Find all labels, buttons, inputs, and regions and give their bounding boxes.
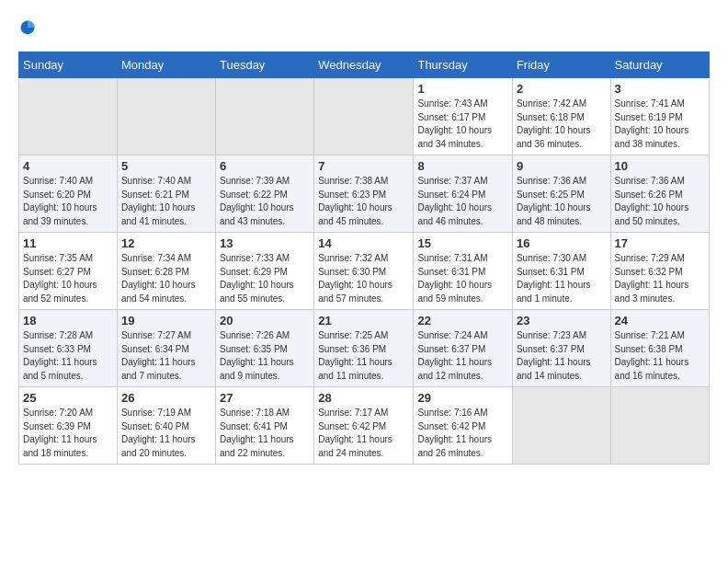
day-number: 29 bbox=[417, 391, 507, 405]
day-of-week-header: Monday bbox=[117, 52, 215, 78]
day-of-week-header: Saturday bbox=[610, 52, 709, 78]
calendar-cell bbox=[610, 387, 709, 465]
day-number: 21 bbox=[318, 314, 409, 327]
day-info: Sunrise: 7:20 AMSunset: 6:39 PMDaylight:… bbox=[23, 407, 113, 460]
calendar-cell: 6Sunrise: 7:39 AMSunset: 6:22 PMDaylight… bbox=[215, 155, 313, 233]
day-number: 7 bbox=[318, 159, 409, 173]
calendar-cell: 19Sunrise: 7:27 AMSunset: 6:34 PMDayligh… bbox=[117, 310, 215, 387]
logo bbox=[18, 18, 40, 37]
day-info: Sunrise: 7:19 AMSunset: 6:40 PMDaylight:… bbox=[121, 407, 211, 460]
day-info: Sunrise: 7:24 AMSunset: 6:37 PMDaylight:… bbox=[417, 329, 507, 383]
day-number: 1 bbox=[417, 82, 507, 96]
day-number: 20 bbox=[220, 314, 310, 327]
calendar-cell: 4Sunrise: 7:40 AMSunset: 6:20 PMDaylight… bbox=[19, 155, 118, 233]
day-number: 10 bbox=[615, 159, 705, 173]
day-info: Sunrise: 7:17 AMSunset: 6:42 PMDaylight:… bbox=[318, 407, 409, 460]
calendar-cell: 5Sunrise: 7:40 AMSunset: 6:21 PMDaylight… bbox=[117, 155, 215, 233]
day-number: 8 bbox=[417, 159, 507, 173]
day-info: Sunrise: 7:36 AMSunset: 6:25 PMDaylight:… bbox=[517, 175, 607, 228]
day-info: Sunrise: 7:28 AMSunset: 6:33 PMDaylight:… bbox=[23, 329, 113, 383]
day-number: 14 bbox=[318, 236, 409, 250]
day-of-week-header: Sunday bbox=[19, 52, 118, 78]
day-info: Sunrise: 7:21 AMSunset: 6:38 PMDaylight:… bbox=[615, 329, 705, 383]
day-info: Sunrise: 7:30 AMSunset: 6:31 PMDaylight:… bbox=[517, 252, 607, 305]
day-info: Sunrise: 7:31 AMSunset: 6:31 PMDaylight:… bbox=[417, 252, 507, 305]
day-number: 27 bbox=[220, 391, 310, 405]
calendar-week-row: 4Sunrise: 7:40 AMSunset: 6:20 PMDaylight… bbox=[19, 155, 710, 233]
calendar-week-row: 18Sunrise: 7:28 AMSunset: 6:33 PMDayligh… bbox=[19, 310, 710, 387]
calendar-cell bbox=[512, 387, 610, 465]
day-number: 2 bbox=[517, 82, 607, 96]
calendar-cell: 26Sunrise: 7:19 AMSunset: 6:40 PMDayligh… bbox=[117, 387, 215, 465]
day-number: 26 bbox=[121, 391, 211, 405]
day-number: 18 bbox=[23, 314, 113, 327]
day-number: 22 bbox=[417, 314, 507, 327]
calendar-cell: 23Sunrise: 7:23 AMSunset: 6:37 PMDayligh… bbox=[512, 310, 610, 387]
day-info: Sunrise: 7:32 AMSunset: 6:30 PMDaylight:… bbox=[318, 252, 409, 305]
day-info: Sunrise: 7:18 AMSunset: 6:41 PMDaylight:… bbox=[220, 407, 310, 460]
day-number: 19 bbox=[121, 314, 211, 327]
day-info: Sunrise: 7:39 AMSunset: 6:22 PMDaylight:… bbox=[220, 175, 310, 228]
day-info: Sunrise: 7:16 AMSunset: 6:42 PMDaylight:… bbox=[417, 407, 507, 460]
calendar-cell: 29Sunrise: 7:16 AMSunset: 6:42 PMDayligh… bbox=[414, 387, 512, 465]
calendar-cell bbox=[314, 78, 414, 155]
calendar-cell: 17Sunrise: 7:29 AMSunset: 6:32 PMDayligh… bbox=[610, 233, 709, 310]
calendar-cell: 1Sunrise: 7:43 AMSunset: 6:17 PMDaylight… bbox=[414, 78, 512, 155]
calendar-table: SundayMondayTuesdayWednesdayThursdayFrid… bbox=[18, 52, 710, 465]
day-info: Sunrise: 7:43 AMSunset: 6:17 PMDaylight:… bbox=[417, 98, 507, 151]
day-info: Sunrise: 7:35 AMSunset: 6:27 PMDaylight:… bbox=[23, 252, 113, 305]
calendar-cell: 16Sunrise: 7:30 AMSunset: 6:31 PMDayligh… bbox=[512, 233, 610, 310]
day-info: Sunrise: 7:42 AMSunset: 6:18 PMDaylight:… bbox=[517, 98, 607, 151]
day-of-week-header: Friday bbox=[512, 52, 610, 78]
day-info: Sunrise: 7:40 AMSunset: 6:20 PMDaylight:… bbox=[23, 175, 113, 228]
logo-icon bbox=[18, 18, 37, 37]
calendar-cell: 10Sunrise: 7:36 AMSunset: 6:26 PMDayligh… bbox=[610, 155, 709, 233]
day-number: 16 bbox=[517, 236, 607, 250]
day-info: Sunrise: 7:25 AMSunset: 6:36 PMDaylight:… bbox=[318, 329, 409, 383]
calendar-cell: 12Sunrise: 7:34 AMSunset: 6:28 PMDayligh… bbox=[117, 233, 215, 310]
calendar-week-row: 1Sunrise: 7:43 AMSunset: 6:17 PMDaylight… bbox=[19, 78, 710, 155]
calendar-cell bbox=[215, 78, 313, 155]
day-info: Sunrise: 7:37 AMSunset: 6:24 PMDaylight:… bbox=[417, 175, 507, 228]
calendar-cell: 18Sunrise: 7:28 AMSunset: 6:33 PMDayligh… bbox=[19, 310, 118, 387]
day-number: 17 bbox=[615, 236, 705, 250]
day-info: Sunrise: 7:38 AMSunset: 6:23 PMDaylight:… bbox=[318, 175, 409, 228]
calendar-cell: 15Sunrise: 7:31 AMSunset: 6:31 PMDayligh… bbox=[414, 233, 512, 310]
day-info: Sunrise: 7:33 AMSunset: 6:29 PMDaylight:… bbox=[220, 252, 310, 305]
day-number: 6 bbox=[220, 159, 310, 173]
day-number: 13 bbox=[220, 236, 310, 250]
day-info: Sunrise: 7:26 AMSunset: 6:35 PMDaylight:… bbox=[220, 329, 310, 383]
calendar-cell: 2Sunrise: 7:42 AMSunset: 6:18 PMDaylight… bbox=[512, 78, 610, 155]
calendar-cell: 7Sunrise: 7:38 AMSunset: 6:23 PMDaylight… bbox=[314, 155, 414, 233]
day-number: 11 bbox=[23, 236, 113, 250]
day-info: Sunrise: 7:34 AMSunset: 6:28 PMDaylight:… bbox=[121, 252, 211, 305]
calendar-cell: 9Sunrise: 7:36 AMSunset: 6:25 PMDaylight… bbox=[512, 155, 610, 233]
day-number: 28 bbox=[318, 391, 409, 405]
day-info: Sunrise: 7:29 AMSunset: 6:32 PMDaylight:… bbox=[615, 252, 705, 305]
calendar-header-row: SundayMondayTuesdayWednesdayThursdayFrid… bbox=[19, 52, 710, 78]
day-info: Sunrise: 7:41 AMSunset: 6:19 PMDaylight:… bbox=[615, 98, 705, 151]
day-number: 5 bbox=[121, 159, 211, 173]
day-info: Sunrise: 7:40 AMSunset: 6:21 PMDaylight:… bbox=[121, 175, 211, 228]
calendar-cell: 28Sunrise: 7:17 AMSunset: 6:42 PMDayligh… bbox=[314, 387, 414, 465]
day-number: 25 bbox=[23, 391, 113, 405]
day-number: 12 bbox=[121, 236, 211, 250]
day-info: Sunrise: 7:36 AMSunset: 6:26 PMDaylight:… bbox=[615, 175, 705, 228]
calendar-cell: 25Sunrise: 7:20 AMSunset: 6:39 PMDayligh… bbox=[19, 387, 118, 465]
day-of-week-header: Tuesday bbox=[215, 52, 313, 78]
calendar-cell bbox=[19, 78, 118, 155]
page-header bbox=[18, 18, 710, 37]
day-number: 15 bbox=[417, 236, 507, 250]
day-info: Sunrise: 7:23 AMSunset: 6:37 PMDaylight:… bbox=[517, 329, 607, 383]
day-of-week-header: Thursday bbox=[414, 52, 512, 78]
calendar-week-row: 25Sunrise: 7:20 AMSunset: 6:39 PMDayligh… bbox=[19, 387, 710, 465]
calendar-cell: 11Sunrise: 7:35 AMSunset: 6:27 PMDayligh… bbox=[19, 233, 118, 310]
calendar-cell: 13Sunrise: 7:33 AMSunset: 6:29 PMDayligh… bbox=[215, 233, 313, 310]
day-info: Sunrise: 7:27 AMSunset: 6:34 PMDaylight:… bbox=[121, 329, 211, 383]
calendar-cell: 20Sunrise: 7:26 AMSunset: 6:35 PMDayligh… bbox=[215, 310, 313, 387]
calendar-cell: 27Sunrise: 7:18 AMSunset: 6:41 PMDayligh… bbox=[215, 387, 313, 465]
calendar-cell: 21Sunrise: 7:25 AMSunset: 6:36 PMDayligh… bbox=[314, 310, 414, 387]
day-number: 3 bbox=[615, 82, 705, 96]
calendar-cell: 14Sunrise: 7:32 AMSunset: 6:30 PMDayligh… bbox=[314, 233, 414, 310]
calendar-cell: 3Sunrise: 7:41 AMSunset: 6:19 PMDaylight… bbox=[610, 78, 709, 155]
